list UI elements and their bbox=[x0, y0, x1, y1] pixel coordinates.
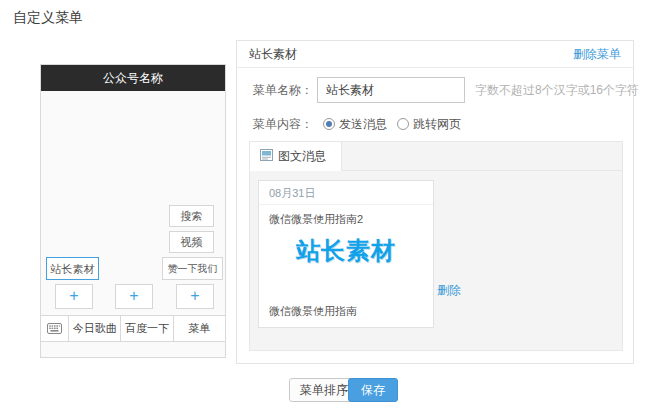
submenu-item-video[interactable]: 视频 bbox=[169, 231, 214, 253]
tab-image-text-message[interactable]: 图文消息 bbox=[250, 142, 342, 171]
menu-item-baidu[interactable]: 百度一下 bbox=[120, 316, 172, 341]
image-text-icon bbox=[260, 149, 273, 164]
menu-editor-panel: 站长素材 删除菜单 菜单名称：字数不超过8个汉字或16个字符 菜单内容：发送消息… bbox=[236, 40, 634, 364]
editor-header: 站长素材 删除菜单 bbox=[237, 41, 633, 68]
phone-menu-bar: 今日歌曲 百度一下 菜单 bbox=[41, 315, 225, 342]
menu-name-row: 菜单名称：字数不超过8个汉字或16个字符 bbox=[253, 77, 639, 103]
phone-account-name: 公众号名称 bbox=[41, 65, 225, 91]
tab-image-text-label: 图文消息 bbox=[278, 148, 326, 165]
chinaz-logo: 站长素材 bbox=[259, 235, 433, 267]
submenu-item-search[interactable]: 搜索 bbox=[169, 205, 214, 227]
material-content-area: 图文消息 08月31日 微信微景使用指南2 站长素材 微信微景使用指南 删除 bbox=[249, 141, 623, 351]
radio-jump-page-label[interactable]: 跳转网页 bbox=[413, 117, 461, 131]
submenu-item-selected[interactable]: 站长素材 bbox=[46, 257, 99, 280]
add-submenu-button-3[interactable]: + bbox=[176, 284, 214, 309]
editor-title: 站长素材 bbox=[249, 46, 297, 63]
menu-item-today-song[interactable]: 今日歌曲 bbox=[68, 316, 120, 341]
radio-send-message-label[interactable]: 发送消息 bbox=[339, 117, 387, 131]
menu-name-label: 菜单名称： bbox=[253, 83, 313, 97]
delete-menu-link[interactable]: 删除菜单 bbox=[573, 46, 621, 63]
keyboard-icon bbox=[41, 316, 68, 341]
menu-name-input[interactable] bbox=[317, 77, 465, 103]
page-title: 自定义菜单 bbox=[13, 9, 83, 27]
menu-content-row: 菜单内容：发送消息跳转网页 bbox=[253, 117, 461, 131]
submenu-item-like-us[interactable]: 赞一下我们 bbox=[162, 257, 223, 280]
save-button[interactable]: 保存 bbox=[348, 378, 398, 402]
radio-send-message[interactable] bbox=[323, 118, 335, 130]
menu-item-menu[interactable]: 菜单 bbox=[173, 316, 225, 341]
material-footer-title: 微信微景使用指南 bbox=[259, 304, 367, 319]
radio-jump-page[interactable] bbox=[397, 118, 409, 130]
menu-content-label: 菜单内容： bbox=[253, 117, 313, 131]
menu-name-hint: 字数不超过8个汉字或16个字符 bbox=[475, 83, 639, 97]
custom-menu-page: 自定义菜单 公众号名称 搜索 视频 赞一下我们 站长素材 + + + bbox=[0, 0, 650, 416]
material-card: 08月31日 微信微景使用指南2 站长素材 微信微景使用指南 bbox=[258, 180, 434, 328]
phone-preview: 公众号名称 搜索 视频 赞一下我们 站长素材 + + + bbox=[40, 64, 226, 358]
add-submenu-button-1[interactable]: + bbox=[55, 284, 93, 309]
phone-body: 搜索 视频 赞一下我们 站长素材 + + + bbox=[41, 91, 225, 357]
delete-material-link[interactable]: 删除 bbox=[437, 282, 461, 299]
add-submenu-button-2[interactable]: + bbox=[115, 284, 153, 309]
material-title: 微信微景使用指南2 bbox=[259, 205, 433, 227]
material-date: 08月31日 bbox=[259, 181, 433, 205]
